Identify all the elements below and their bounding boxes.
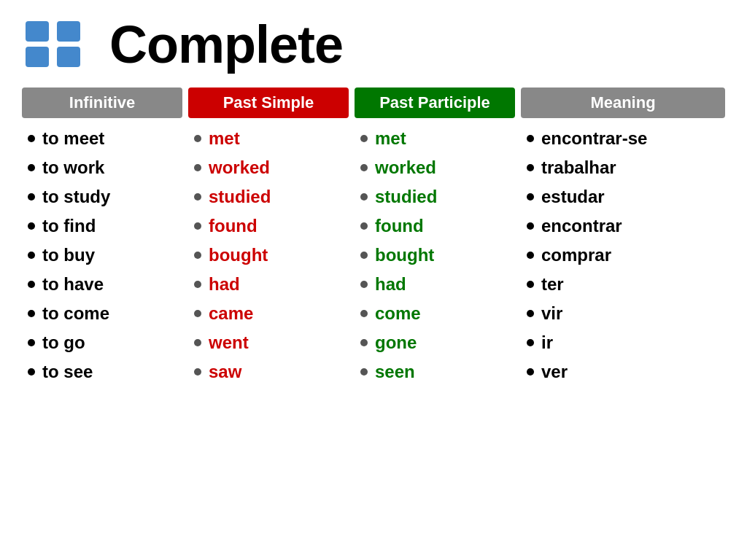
bullet-icon	[28, 339, 35, 346]
bullet-icon	[28, 252, 35, 259]
bullet-icon	[28, 135, 35, 142]
bullet-icon	[194, 252, 201, 259]
col-past-participle: metworkedstudiedfoundboughthadcomegonese…	[355, 125, 515, 545]
bullet-icon	[527, 368, 534, 376]
bullet-icon	[28, 368, 35, 376]
list-item: seen	[355, 359, 515, 385]
list-item: to go	[22, 330, 182, 356]
list-item: met	[355, 125, 515, 152]
list-item: studied	[188, 184, 349, 210]
header: Complete	[22, 15, 725, 74]
bullet-icon	[360, 164, 368, 171]
list-item: to find	[22, 213, 182, 239]
bullet-icon	[360, 310, 368, 317]
list-item: to meet	[22, 125, 182, 152]
bullet-icon	[28, 193, 35, 201]
list-item: met	[188, 125, 349, 152]
list-item: went	[188, 330, 349, 356]
list-item: encontrar-se	[521, 125, 725, 152]
list-item: come	[355, 300, 515, 327]
list-item: bought	[188, 242, 349, 268]
bullet-icon	[194, 164, 201, 171]
bullet-icon	[527, 310, 534, 317]
header-meaning: Meaning	[521, 88, 725, 118]
list-item: came	[188, 300, 349, 327]
list-item: to work	[22, 155, 182, 181]
list-item: had	[188, 271, 349, 298]
col-infinitive: to meetto workto studyto findto buyto ha…	[22, 125, 182, 545]
bullet-icon	[360, 193, 368, 201]
bullet-icon	[28, 281, 35, 288]
list-item: trabalhar	[521, 155, 725, 181]
column-headers: Infinitive Past Simple Past Participle M…	[22, 88, 725, 118]
bullet-icon	[527, 193, 534, 201]
list-item: worked	[188, 155, 349, 181]
bullet-icon	[194, 281, 201, 288]
list-item: studied	[355, 184, 515, 210]
list-item: ir	[521, 330, 725, 356]
page: Complete Infinitive Past Simple Past Par…	[0, 0, 747, 560]
bullet-icon	[360, 281, 368, 288]
bullet-icon	[194, 339, 201, 346]
quote-icon	[22, 18, 88, 72]
bullet-icon	[194, 368, 201, 376]
bullet-icon	[194, 222, 201, 230]
bullet-icon	[28, 310, 35, 317]
page-title: Complete	[109, 15, 343, 74]
bullet-icon	[360, 252, 368, 259]
list-item: to see	[22, 359, 182, 385]
list-item: ver	[521, 359, 725, 385]
bullet-icon	[527, 281, 534, 288]
list-item: worked	[355, 155, 515, 181]
bullet-icon	[28, 222, 35, 230]
col-past-simple: metworkedstudiedfoundboughthadcamewentsa…	[188, 125, 349, 545]
bullet-icon	[360, 135, 368, 142]
list-item: estudar	[521, 184, 725, 210]
list-item: to come	[22, 300, 182, 327]
svg-rect-2	[57, 21, 80, 42]
bullet-icon	[194, 193, 201, 201]
bullet-icon	[527, 339, 534, 346]
list-item: vir	[521, 300, 725, 327]
header-past-simple: Past Simple	[188, 88, 349, 118]
bullet-icon	[527, 222, 534, 230]
bullet-icon	[360, 222, 368, 230]
list-item: saw	[188, 359, 349, 385]
col-meaning: encontrar-setrabalharestudarencontrarcom…	[521, 125, 725, 545]
list-item: to buy	[22, 242, 182, 268]
table-body: to meetto workto studyto findto buyto ha…	[22, 125, 725, 545]
svg-rect-1	[26, 47, 49, 67]
list-item: ter	[521, 271, 725, 298]
list-item: found	[355, 213, 515, 239]
svg-rect-0	[26, 21, 49, 42]
list-item: to study	[22, 184, 182, 210]
list-item: bought	[355, 242, 515, 268]
bullet-icon	[527, 164, 534, 171]
list-item: gone	[355, 330, 515, 356]
bullet-icon	[194, 135, 201, 142]
table: Infinitive Past Simple Past Participle M…	[22, 88, 725, 545]
bullet-icon	[527, 135, 534, 142]
list-item: had	[355, 271, 515, 298]
svg-rect-3	[57, 47, 80, 67]
bullet-icon	[194, 310, 201, 317]
list-item: found	[188, 213, 349, 239]
bullet-icon	[360, 339, 368, 346]
bullet-icon	[527, 252, 534, 259]
list-item: encontrar	[521, 213, 725, 239]
list-item: comprar	[521, 242, 725, 268]
header-infinitive: Infinitive	[22, 88, 182, 118]
bullet-icon	[360, 368, 368, 376]
header-past-participle: Past Participle	[355, 88, 515, 118]
list-item: to have	[22, 271, 182, 298]
bullet-icon	[28, 164, 35, 171]
